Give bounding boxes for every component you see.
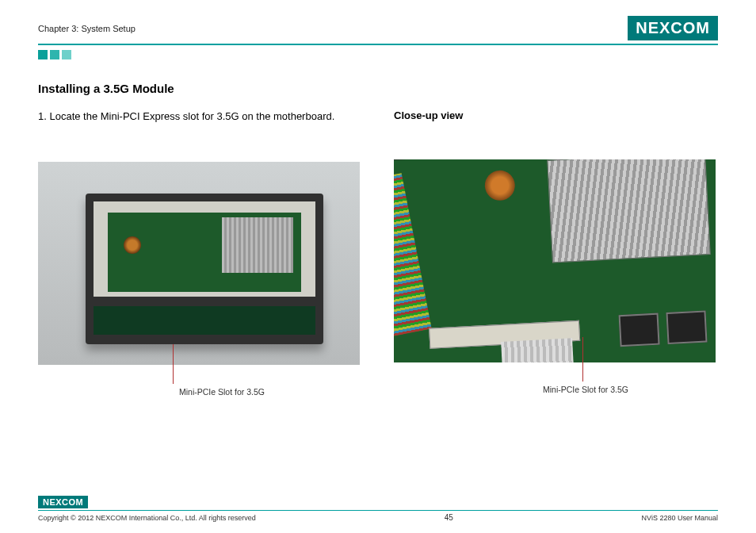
- callout-line-left: [173, 344, 174, 384]
- closeup-photo: [394, 159, 716, 362]
- chapter-label: Chapter 3: System Setup: [38, 24, 136, 33]
- page-number: 45: [445, 513, 453, 522]
- figure-overview-caption: Mini-PCIe Slot for 3.5G: [179, 387, 360, 397]
- header-rule: [38, 44, 718, 45]
- footer-rule: [38, 510, 718, 511]
- closeup-label: Close-up view: [394, 109, 718, 121]
- figure-overview: Mini-PCIe Slot for 3.5G: [38, 162, 360, 397]
- doc-title: NViS 2280 User Manual: [642, 514, 718, 522]
- callout-line-right: [582, 337, 583, 382]
- section-title: Installing a 3.5G Module: [38, 82, 718, 95]
- figure-closeup-caption: Mini-PCIe Slot for 3.5G: [543, 385, 716, 394]
- decorative-squares: [38, 50, 718, 59]
- footer-logo: NEXCOM: [38, 496, 88, 508]
- copyright-text: Copyright © 2012 NEXCOM International Co…: [38, 514, 256, 522]
- step-1-text: 1. Locate the Mini-PCI Express slot for …: [38, 109, 362, 124]
- figure-closeup: Mini-PCIe Slot for 3.5G: [394, 159, 716, 394]
- brand-logo: NEXCOM: [628, 16, 718, 40]
- overview-photo: [38, 162, 360, 365]
